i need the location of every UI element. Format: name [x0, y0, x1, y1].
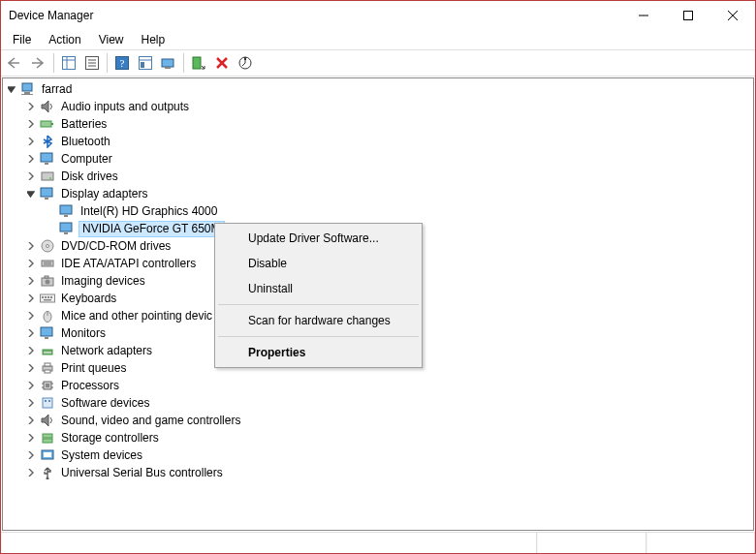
storage-icon: [40, 430, 55, 446]
svg-rect-64: [46, 384, 49, 387]
tree-node[interactable]: Batteries: [24, 115, 753, 133]
svg-rect-54: [45, 337, 48, 339]
monitor-icon: [40, 186, 55, 201]
chevron-down-icon[interactable]: [24, 187, 38, 200]
svg-rect-25: [41, 121, 51, 127]
svg-rect-28: [45, 163, 48, 165]
tree-node[interactable]: Sound, video and game controllers: [24, 412, 753, 429]
chevron-right-icon[interactable]: [24, 379, 38, 392]
show-hide-tree-button[interactable]: [58, 52, 79, 74]
keyboard-icon: [40, 291, 55, 306]
svg-rect-31: [41, 188, 52, 197]
chevron-right-icon[interactable]: [24, 169, 38, 183]
ctx-properties[interactable]: Properties: [217, 340, 420, 365]
bluetooth-icon: [40, 134, 55, 149]
close-button[interactable]: [710, 1, 755, 29]
ctx-scan[interactable]: Scan for hardware changes: [217, 308, 420, 333]
tree-node[interactable]: Software devices: [24, 394, 753, 412]
tree-node-label: Storage controllers: [59, 429, 161, 446]
disk-icon: [40, 169, 55, 184]
chevron-right-icon[interactable]: [24, 135, 38, 148]
svg-rect-47: [45, 296, 47, 298]
titlebar: Device Manager: [1, 1, 755, 30]
tree-node-label: Computer: [59, 150, 114, 168]
tree-node-label: Print queues: [59, 359, 128, 377]
tree-node-label: Audio inputs and outputs: [59, 98, 191, 115]
properties-button[interactable]: [81, 52, 103, 74]
chevron-right-icon[interactable]: [24, 414, 38, 427]
tree-node-label: Software devices: [59, 394, 151, 412]
update-button[interactable]: [235, 52, 256, 74]
menu-view[interactable]: View: [91, 32, 132, 47]
chevron-down-icon[interactable]: [5, 82, 18, 96]
tree-node[interactable]: Intel(R) HD Graphics 4000: [44, 202, 753, 220]
help-button[interactable]: ?: [111, 52, 133, 74]
tree-node[interactable]: Disk drives: [24, 168, 753, 185]
toolbar-separator: [53, 53, 54, 73]
tree-node[interactable]: Storage controllers: [24, 429, 753, 446]
svg-point-43: [46, 280, 50, 285]
chevron-right-icon[interactable]: [24, 326, 38, 340]
menubar: File Action View Help: [1, 30, 755, 49]
tree-node[interactable]: Audio inputs and outputs: [24, 98, 753, 115]
svg-rect-71: [48, 400, 50, 402]
ctx-uninstall[interactable]: Uninstall: [217, 276, 420, 301]
menu-file[interactable]: File: [5, 32, 39, 47]
tree-node[interactable]: Bluetooth: [24, 133, 753, 150]
uninstall-button[interactable]: [211, 52, 233, 74]
chevron-right-icon[interactable]: [24, 431, 38, 445]
tree-node-label: Imaging devices: [59, 272, 147, 290]
tree-node[interactable]: Universal Serial Bus controllers: [24, 464, 753, 481]
tree-root-node[interactable]: farrad: [5, 80, 753, 98]
chevron-right-icon[interactable]: [24, 239, 38, 253]
svg-rect-1: [684, 11, 693, 19]
speaker-icon: [40, 413, 55, 428]
svg-rect-36: [64, 232, 68, 234]
tree-node[interactable]: Processors: [24, 377, 753, 394]
tree-node-label: Monitors: [59, 324, 108, 342]
tree-node[interactable]: Computer: [24, 150, 753, 168]
tree-node-label: DVD/CD-ROM drives: [59, 237, 173, 255]
tree-node-label: Display adapters: [59, 185, 149, 202]
menu-help[interactable]: Help: [134, 32, 173, 47]
minimize-button[interactable]: [621, 1, 666, 29]
tree-node-label: farrad: [40, 80, 74, 98]
chevron-right-icon[interactable]: [24, 274, 38, 288]
scan-button[interactable]: [158, 52, 179, 74]
toolbar-separator: [183, 53, 184, 73]
enable-button[interactable]: [188, 52, 209, 74]
svg-rect-49: [50, 296, 52, 298]
usb-icon: [40, 465, 55, 480]
forward-button[interactable]: [28, 52, 49, 74]
chevron-right-icon[interactable]: [24, 466, 38, 479]
tree-node[interactable]: System devices: [24, 446, 753, 464]
chevron-right-icon[interactable]: [24, 448, 38, 462]
tree-node[interactable]: Display adapters: [24, 185, 753, 202]
chevron-right-icon[interactable]: [24, 344, 38, 357]
chevron-right-icon[interactable]: [24, 361, 38, 375]
svg-rect-22: [22, 83, 32, 91]
chevron-right-icon[interactable]: [24, 309, 38, 323]
svg-rect-34: [64, 215, 68, 217]
chevron-right-icon[interactable]: [24, 257, 38, 270]
svg-point-76: [47, 477, 49, 480]
monitor-icon: [40, 325, 55, 341]
device-tree[interactable]: farradAudio inputs and outputsBatteriesB…: [2, 77, 754, 531]
chevron-right-icon[interactable]: [24, 117, 38, 131]
ctx-update-driver[interactable]: Update Driver Software...: [217, 226, 420, 251]
ctx-disable[interactable]: Disable: [217, 251, 420, 276]
action-button[interactable]: [135, 52, 156, 74]
chevron-right-icon[interactable]: [24, 292, 38, 305]
tree-node-label: Sound, video and game controllers: [59, 412, 242, 429]
chevron-right-icon[interactable]: [24, 396, 38, 410]
battery-icon: [40, 116, 55, 132]
svg-rect-75: [44, 452, 51, 457]
chevron-right-icon[interactable]: [24, 152, 38, 166]
back-button[interactable]: [5, 52, 26, 74]
menu-action[interactable]: Action: [41, 32, 88, 47]
maximize-button[interactable]: [666, 1, 710, 29]
svg-point-38: [47, 245, 49, 248]
svg-rect-70: [45, 400, 47, 402]
tree-node-label: Universal Serial Bus controllers: [59, 464, 225, 481]
chevron-right-icon[interactable]: [24, 100, 38, 113]
